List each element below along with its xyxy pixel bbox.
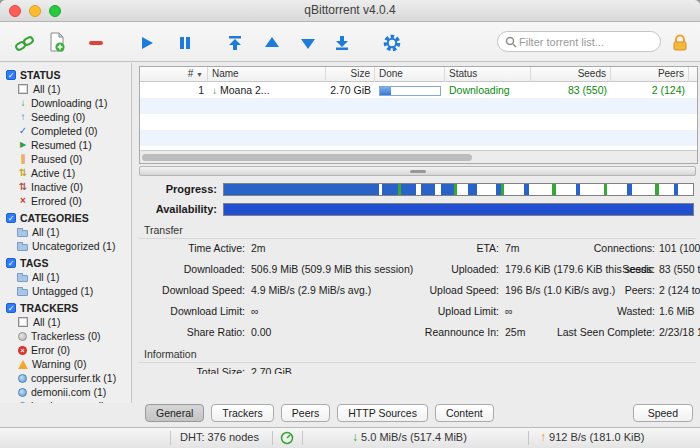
column-label: Name	[212, 68, 239, 79]
move-down-button[interactable]	[295, 30, 321, 56]
sidebar-item-label: Errored (0)	[31, 194, 82, 208]
speed-button[interactable]: Speed	[633, 404, 693, 422]
column-header-name[interactable]: Name	[208, 67, 326, 82]
field-label: Upload Speed:	[391, 284, 499, 297]
sidebar-item-label: coppersurfer.tk (1)	[31, 371, 116, 385]
sidebar-section-tags[interactable]: ✓ TAGS	[0, 256, 131, 270]
sidebar-item-label: Untagged (1)	[32, 284, 93, 298]
availability-row: Availability:	[139, 203, 700, 217]
sidebar-item-errored[interactable]: × Errored (0)	[0, 194, 131, 208]
panel-splitter[interactable]	[139, 166, 696, 176]
column-header-size[interactable]: Size	[326, 67, 375, 82]
download-arrow-icon: ↓	[352, 430, 358, 444]
lock-button[interactable]	[668, 30, 692, 56]
sidebar-item-label: Active (1)	[31, 166, 75, 180]
search-input[interactable]	[517, 35, 653, 49]
window-title: qBittorrent v4.0.4	[0, 0, 700, 22]
folder-icon	[17, 230, 28, 237]
upload-speed-text: 912 B/s (181.0 KiB)	[549, 431, 644, 443]
sidebar-item-tracker-coppersurfer[interactable]: coppersurfer.tk (1)	[0, 371, 131, 385]
field-label: Wasted:	[547, 305, 655, 318]
sidebar-section-categories[interactable]: ✓ CATEGORIES	[0, 211, 131, 225]
checkbox-checked-icon[interactable]: ✓	[6, 70, 16, 80]
search-icon	[505, 36, 517, 48]
options-button[interactable]	[379, 30, 405, 56]
add-torrent-link-button[interactable]	[12, 30, 38, 56]
tab-http-sources[interactable]: HTTP Sources	[337, 404, 428, 422]
sidebar-item-uncategorized[interactable]: Uncategorized (1)	[0, 239, 131, 253]
torrent-row[interactable]: 1 ↓Moana 2... 2.70 GiB Downloading 83 (5…	[140, 82, 697, 98]
tab-content[interactable]: Content	[435, 404, 494, 422]
seeding-icon: ↑	[17, 111, 29, 123]
column-header-peers[interactable]: Peers	[611, 67, 689, 82]
checkbox-checked-icon[interactable]: ✓	[6, 258, 16, 268]
pause-button[interactable]	[172, 30, 198, 56]
cell-done	[375, 82, 445, 98]
sidebar-item-tracker-demonii[interactable]: demonii.com (1)	[0, 385, 131, 399]
sidebar-item-label: Completed (0)	[31, 124, 98, 138]
minus-icon	[87, 34, 105, 52]
sidebar-item-trackerless[interactable]: Trackerless (0)	[0, 329, 131, 343]
gear-icon	[382, 33, 402, 53]
checkbox-checked-icon[interactable]: ✓	[6, 213, 16, 223]
add-torrent-file-button[interactable]	[44, 30, 70, 56]
delete-torrent-button[interactable]	[83, 30, 109, 56]
arrow-to-bottom-icon	[333, 34, 351, 52]
sidebar-item-paused[interactable]: ∥ Paused (0)	[0, 152, 131, 166]
paused-icon: ∥	[17, 153, 29, 165]
field-value: 2 (124 total)	[659, 284, 700, 297]
sidebar-item-status-all[interactable]: All (1)	[0, 82, 131, 96]
sidebar-item-label: Seeding (0)	[31, 110, 85, 124]
cell-size: 2.70 GiB	[326, 82, 375, 98]
filter-search-field[interactable]	[497, 31, 661, 52]
torrent-table: # ▼ Name Size Done Status Seeds Peers 1 …	[139, 66, 698, 164]
column-label: Seeds	[578, 68, 606, 79]
checkbox-checked-icon[interactable]: ✓	[6, 303, 16, 313]
move-up-button[interactable]	[259, 30, 285, 56]
field-value: 83 (550 total)	[659, 263, 700, 276]
sidebar-item-completed[interactable]: ✓ Completed (0)	[0, 124, 131, 138]
sidebar-item-trackers-all[interactable]: All (1)	[0, 315, 131, 329]
sidebar-item-label: All (1)	[32, 270, 59, 284]
table-header: # ▼ Name Size Done Status Seeds Peers	[140, 67, 697, 82]
column-label: #	[188, 68, 194, 79]
horizontal-scrollbar[interactable]	[140, 150, 697, 163]
column-header-done[interactable]: Done	[375, 67, 445, 82]
field-label: Uploaded:	[391, 263, 499, 276]
sidebar-item-untagged[interactable]: Untagged (1)	[0, 284, 131, 298]
empty-row-stripe	[140, 130, 697, 146]
sidebar-section-trackers[interactable]: ✓ TRACKERS	[0, 301, 131, 315]
sidebar-item-label: All (1)	[33, 315, 60, 329]
sidebar-item-categories-all[interactable]: All (1)	[0, 225, 131, 239]
sidebar-item-tags-all[interactable]: All (1)	[0, 270, 131, 284]
resume-button[interactable]	[134, 30, 160, 56]
column-header-number[interactable]: # ▼	[140, 67, 208, 82]
arrow-up-icon	[263, 34, 281, 52]
tab-peers[interactable]: Peers	[281, 404, 330, 422]
column-header-seeds[interactable]: Seeds	[531, 67, 611, 82]
sidebar-item-tracker-error[interactable]: × Error (0)	[0, 343, 131, 357]
transfer-row: Downloaded: 506.9 MiB (509.9 MiB this se…	[139, 263, 700, 277]
titlebar: qBittorrent v4.0.4	[0, 0, 700, 22]
tab-trackers[interactable]: Trackers	[211, 404, 273, 422]
status-bar: DHT: 376 nodes ↓ 5.0 MiB/s (517.4 MiB) ↑…	[0, 427, 700, 448]
sidebar-item-inactive[interactable]: ⇅ Inactive (0)	[0, 180, 131, 194]
sidebar-item-tracker-leechers-paradise[interactable]: leechers-paradis...	[0, 399, 131, 403]
transfer-row: Download Limit: ∞ Upload Limit: ∞ Wasted…	[139, 305, 700, 319]
move-to-top-button[interactable]	[222, 30, 248, 56]
tab-general[interactable]: General	[145, 404, 204, 422]
alt-speed-toggle[interactable]	[280, 431, 294, 448]
sidebar-item-downloading[interactable]: ↓ Downloading (1)	[0, 96, 131, 110]
sidebar-item-resumed[interactable]: ▶ Resumed (1)	[0, 138, 131, 152]
move-to-bottom-button[interactable]	[329, 30, 355, 56]
column-header-status[interactable]: Status	[445, 67, 531, 82]
sidebar-section-status[interactable]: ✓ STATUS	[0, 68, 131, 82]
sidebar-item-active[interactable]: ⇅ Active (1)	[0, 166, 131, 180]
cell-status: Downloading	[445, 82, 531, 98]
lock-icon	[671, 33, 689, 53]
completed-icon: ✓	[17, 125, 29, 137]
sidebar-item-seeding[interactable]: ↑ Seeding (0)	[0, 110, 131, 124]
sidebar-item-tracker-warning[interactable]: Warning (0)	[0, 357, 131, 371]
field-label: Downloaded:	[139, 263, 245, 276]
scrollbar-thumb[interactable]	[142, 154, 472, 161]
